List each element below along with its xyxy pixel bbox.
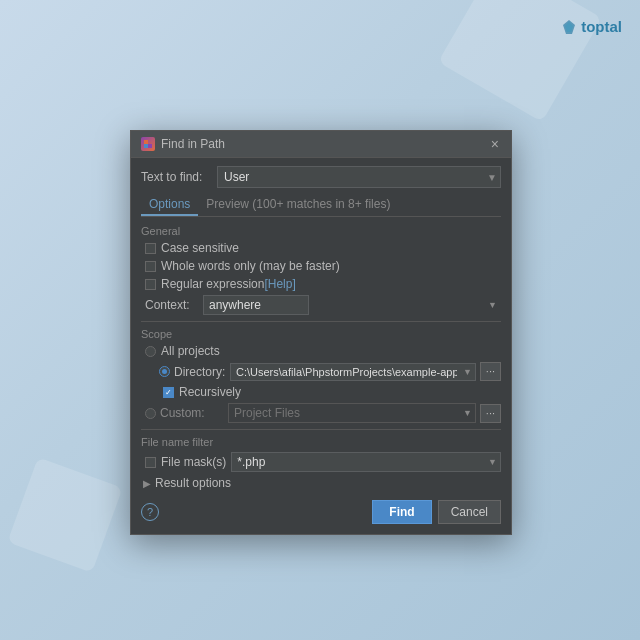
dialog-body: Text to find: ▼ Options Preview (100+ ma… <box>131 158 511 534</box>
file-name-filter-label: File name filter <box>141 436 501 448</box>
find-button[interactable]: Find <box>372 500 431 524</box>
context-select[interactable]: anywhere in comments in string literals … <box>203 295 309 315</box>
file-mask-input[interactable] <box>231 452 501 472</box>
custom-browse-button[interactable]: ··· <box>480 404 501 423</box>
whole-words-checkbox[interactable] <box>145 261 156 272</box>
context-label: Context: <box>145 298 197 312</box>
file-mask-label: File mask(s) <box>161 455 226 469</box>
cancel-button[interactable]: Cancel <box>438 500 501 524</box>
whole-words-label: Whole words only (may be faster) <box>161 259 340 273</box>
file-mask-checkbox[interactable] <box>145 457 156 468</box>
text-to-find-label: Text to find: <box>141 170 213 184</box>
help-button[interactable]: ? <box>141 503 159 521</box>
dialog-footer: ? Find Cancel <box>141 494 501 524</box>
dialog-title-bar: Find in Path × <box>131 131 511 158</box>
toptal-logo: toptal <box>561 18 622 35</box>
recursively-checkbox[interactable] <box>163 387 174 398</box>
case-sensitive-label: Case sensitive <box>161 241 239 255</box>
recursively-label: Recursively <box>179 385 241 399</box>
all-projects-radio[interactable] <box>145 346 156 357</box>
regex-row: Regular expression[Help] <box>141 277 501 291</box>
directory-row: Directory: ··· <box>141 362 501 381</box>
title-bar-left: Find in Path <box>141 137 225 151</box>
divider-2 <box>141 429 501 430</box>
result-options-row: ▶ Result options <box>141 476 501 490</box>
tab-options[interactable]: Options <box>141 194 198 216</box>
svg-rect-2 <box>144 140 148 144</box>
directory-label: Directory: <box>174 365 226 379</box>
toptal-diamond-icon <box>561 19 577 35</box>
general-section-label: General <box>141 225 501 237</box>
whole-words-row: Whole words only (may be faster) <box>141 259 501 273</box>
custom-radio[interactable] <box>145 408 156 419</box>
all-projects-row: All projects <box>141 344 501 358</box>
svg-rect-4 <box>144 144 148 148</box>
directory-input[interactable] <box>230 363 476 381</box>
phpstorm-icon <box>143 139 153 149</box>
result-options-label: Result options <box>155 476 231 490</box>
context-row: Context: anywhere in comments in string … <box>141 295 501 315</box>
tab-preview[interactable]: Preview (100+ matches in 8+ files) <box>198 194 398 216</box>
directory-radio[interactable] <box>159 366 170 377</box>
footer-actions: Find Cancel <box>372 500 501 524</box>
svg-rect-3 <box>148 144 152 148</box>
file-mask-row: File mask(s) <box>141 452 501 472</box>
recursively-row: Recursively <box>141 385 501 399</box>
text-to-find-input[interactable] <box>217 166 501 188</box>
bg-decoration-2 <box>7 457 122 572</box>
regex-checkbox[interactable] <box>145 279 156 290</box>
tabs-row: Options Preview (100+ matches in 8+ file… <box>141 194 501 217</box>
dialog-icon <box>141 137 155 151</box>
all-projects-label: All projects <box>161 344 220 358</box>
text-to-find-row: Text to find: ▼ <box>141 166 501 188</box>
result-options-arrow[interactable]: ▶ <box>143 478 151 489</box>
custom-select-wrap <box>228 403 476 423</box>
custom-row: Custom: ··· <box>141 403 501 423</box>
toptal-label: toptal <box>581 18 622 35</box>
custom-input[interactable] <box>228 403 476 423</box>
dialog-title: Find in Path <box>161 137 225 151</box>
find-in-path-dialog: Find in Path × Text to find: ▼ Options P… <box>130 130 512 535</box>
scope-section-label: Scope <box>141 328 501 340</box>
custom-label: Custom: <box>160 406 224 420</box>
help-link[interactable]: [Help] <box>264 277 295 291</box>
divider-1 <box>141 321 501 322</box>
context-select-wrap: anywhere in comments in string literals … <box>203 295 501 315</box>
regex-label: Regular expression[Help] <box>161 277 296 291</box>
file-mask-input-wrap <box>231 452 501 472</box>
text-to-find-input-wrap: ▼ <box>217 166 501 188</box>
directory-browse-button[interactable]: ··· <box>480 362 501 381</box>
case-sensitive-row: Case sensitive <box>141 241 501 255</box>
case-sensitive-checkbox[interactable] <box>145 243 156 254</box>
directory-input-wrap <box>230 363 476 381</box>
close-button[interactable]: × <box>489 137 501 151</box>
